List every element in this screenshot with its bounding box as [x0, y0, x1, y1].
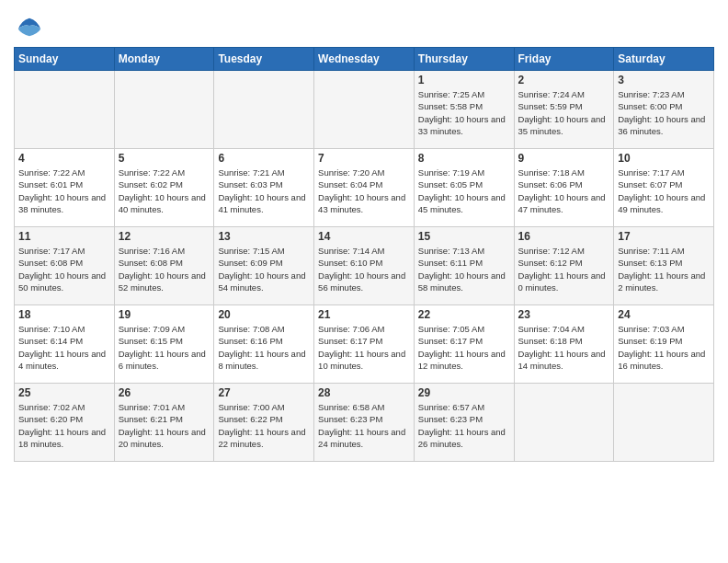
- calendar-cell: 12Sunrise: 7:16 AMSunset: 6:08 PMDayligh…: [114, 227, 214, 305]
- logo: [14, 14, 42, 40]
- day-number: 2: [518, 74, 610, 86]
- calendar-cell: 8Sunrise: 7:19 AMSunset: 6:05 PMDaylight…: [414, 149, 514, 227]
- day-number: 24: [618, 308, 710, 321]
- day-number: 21: [318, 308, 410, 321]
- day-info: Sunrise: 7:24 AMSunset: 5:59 PMDaylight:…: [518, 88, 610, 137]
- day-info: Sunrise: 7:16 AMSunset: 6:08 PMDaylight:…: [119, 245, 210, 293]
- day-info: Sunrise: 7:01 AMSunset: 6:21 PMDaylight:…: [119, 401, 210, 450]
- calendar-cell: 25Sunrise: 7:02 AMSunset: 6:20 PMDayligh…: [15, 384, 115, 462]
- day-number: 5: [119, 152, 210, 165]
- calendar-cell: 18Sunrise: 7:10 AMSunset: 6:14 PMDayligh…: [15, 305, 115, 384]
- calendar-week-row: 18Sunrise: 7:10 AMSunset: 6:14 PMDayligh…: [15, 305, 714, 384]
- calendar-cell: 1Sunrise: 7:25 AMSunset: 5:58 PMDaylight…: [414, 71, 514, 149]
- day-info: Sunrise: 7:14 AMSunset: 6:10 PMDaylight:…: [318, 245, 410, 293]
- day-number: 22: [418, 308, 510, 321]
- day-number: 14: [318, 230, 410, 243]
- day-number: 6: [218, 152, 310, 165]
- calendar-cell: [114, 71, 214, 149]
- day-info: Sunrise: 6:58 AMSunset: 6:23 PMDaylight:…: [318, 401, 410, 450]
- calendar-cell: 3Sunrise: 7:23 AMSunset: 6:00 PMDaylight…: [614, 71, 714, 149]
- day-number: 26: [119, 386, 210, 399]
- day-info: Sunrise: 7:13 AMSunset: 6:11 PMDaylight:…: [418, 245, 510, 293]
- day-number: 19: [119, 308, 210, 321]
- calendar-cell: 19Sunrise: 7:09 AMSunset: 6:15 PMDayligh…: [114, 305, 214, 384]
- calendar-cell: 26Sunrise: 7:01 AMSunset: 6:21 PMDayligh…: [114, 384, 214, 462]
- header-day: Thursday: [414, 48, 514, 71]
- calendar-cell: 22Sunrise: 7:05 AMSunset: 6:17 PMDayligh…: [414, 305, 514, 384]
- header-row: SundayMondayTuesdayWednesdayThursdayFrid…: [15, 48, 714, 71]
- calendar-cell: 15Sunrise: 7:13 AMSunset: 6:11 PMDayligh…: [414, 227, 514, 305]
- day-info: Sunrise: 7:00 AMSunset: 6:22 PMDaylight:…: [218, 401, 310, 450]
- day-number: 7: [318, 152, 410, 165]
- day-info: Sunrise: 7:06 AMSunset: 6:17 PMDaylight:…: [318, 323, 410, 372]
- calendar-cell: 4Sunrise: 7:22 AMSunset: 6:01 PMDaylight…: [15, 149, 115, 227]
- calendar-cell: 20Sunrise: 7:08 AMSunset: 6:16 PMDayligh…: [214, 305, 314, 384]
- day-info: Sunrise: 7:11 AMSunset: 6:13 PMDaylight:…: [618, 245, 710, 293]
- day-info: Sunrise: 6:57 AMSunset: 6:23 PMDaylight:…: [418, 401, 510, 450]
- calendar-cell: 27Sunrise: 7:00 AMSunset: 6:22 PMDayligh…: [214, 384, 314, 462]
- calendar-table: SundayMondayTuesdayWednesdayThursdayFrid…: [14, 47, 714, 462]
- calendar-cell: 11Sunrise: 7:17 AMSunset: 6:08 PMDayligh…: [15, 227, 115, 305]
- day-number: 15: [418, 230, 510, 243]
- logo-icon: [17, 14, 42, 40]
- calendar-cell: [514, 384, 614, 462]
- day-number: 17: [618, 230, 710, 243]
- day-info: Sunrise: 7:05 AMSunset: 6:17 PMDaylight:…: [418, 323, 510, 372]
- day-number: 27: [218, 386, 310, 399]
- day-info: Sunrise: 7:02 AMSunset: 6:20 PMDaylight:…: [18, 401, 110, 450]
- header-day: Sunday: [15, 48, 115, 71]
- day-number: 23: [518, 308, 610, 321]
- header-day: Monday: [114, 48, 214, 71]
- day-number: 10: [618, 152, 710, 165]
- calendar-cell: 29Sunrise: 6:57 AMSunset: 6:23 PMDayligh…: [414, 384, 514, 462]
- day-info: Sunrise: 7:21 AMSunset: 6:03 PMDaylight:…: [218, 167, 310, 215]
- day-info: Sunrise: 7:12 AMSunset: 6:12 PMDaylight:…: [518, 245, 610, 293]
- day-number: 1: [418, 74, 510, 86]
- calendar-cell: 7Sunrise: 7:20 AMSunset: 6:04 PMDaylight…: [314, 149, 415, 227]
- header-day: Wednesday: [314, 48, 415, 71]
- header: [14, 9, 714, 40]
- day-info: Sunrise: 7:23 AMSunset: 6:00 PMDaylight:…: [618, 88, 710, 137]
- day-info: Sunrise: 7:22 AMSunset: 6:02 PMDaylight:…: [119, 167, 210, 215]
- calendar-cell: [214, 71, 314, 149]
- calendar-cell: [15, 71, 115, 149]
- day-number: 9: [518, 152, 610, 165]
- day-number: 29: [418, 386, 510, 399]
- calendar-cell: 10Sunrise: 7:17 AMSunset: 6:07 PMDayligh…: [614, 149, 714, 227]
- day-info: Sunrise: 7:15 AMSunset: 6:09 PMDaylight:…: [218, 245, 310, 293]
- day-number: 20: [218, 308, 310, 321]
- day-info: Sunrise: 7:03 AMSunset: 6:19 PMDaylight:…: [618, 323, 710, 372]
- header-day: Tuesday: [214, 48, 314, 71]
- day-number: 12: [119, 230, 210, 243]
- day-info: Sunrise: 7:19 AMSunset: 6:05 PMDaylight:…: [418, 167, 510, 215]
- calendar-week-row: 25Sunrise: 7:02 AMSunset: 6:20 PMDayligh…: [15, 384, 714, 462]
- calendar-cell: 5Sunrise: 7:22 AMSunset: 6:02 PMDaylight…: [114, 149, 214, 227]
- calendar-cell: 13Sunrise: 7:15 AMSunset: 6:09 PMDayligh…: [214, 227, 314, 305]
- calendar-cell: 2Sunrise: 7:24 AMSunset: 5:59 PMDaylight…: [514, 71, 614, 149]
- calendar-cell: 17Sunrise: 7:11 AMSunset: 6:13 PMDayligh…: [614, 227, 714, 305]
- day-number: 28: [318, 386, 410, 399]
- day-number: 25: [18, 386, 110, 399]
- calendar-cell: 24Sunrise: 7:03 AMSunset: 6:19 PMDayligh…: [614, 305, 714, 384]
- page-container: SundayMondayTuesdayWednesdayThursdayFrid…: [0, 0, 728, 466]
- day-info: Sunrise: 7:09 AMSunset: 6:15 PMDaylight:…: [119, 323, 210, 372]
- calendar-cell: 23Sunrise: 7:04 AMSunset: 6:18 PMDayligh…: [514, 305, 614, 384]
- day-info: Sunrise: 7:10 AMSunset: 6:14 PMDaylight:…: [18, 323, 110, 372]
- calendar-cell: [614, 384, 714, 462]
- day-number: 3: [618, 74, 710, 86]
- day-number: 13: [218, 230, 310, 243]
- calendar-cell: 14Sunrise: 7:14 AMSunset: 6:10 PMDayligh…: [314, 227, 415, 305]
- day-info: Sunrise: 7:20 AMSunset: 6:04 PMDaylight:…: [318, 167, 410, 215]
- header-day: Saturday: [614, 48, 714, 71]
- calendar-week-row: 4Sunrise: 7:22 AMSunset: 6:01 PMDaylight…: [15, 149, 714, 227]
- calendar-cell: 6Sunrise: 7:21 AMSunset: 6:03 PMDaylight…: [214, 149, 314, 227]
- day-number: 8: [418, 152, 510, 165]
- calendar-cell: 28Sunrise: 6:58 AMSunset: 6:23 PMDayligh…: [314, 384, 415, 462]
- day-number: 11: [18, 230, 110, 243]
- day-number: 16: [518, 230, 610, 243]
- calendar-week-row: 11Sunrise: 7:17 AMSunset: 6:08 PMDayligh…: [15, 227, 714, 305]
- day-info: Sunrise: 7:22 AMSunset: 6:01 PMDaylight:…: [18, 167, 110, 215]
- day-info: Sunrise: 7:04 AMSunset: 6:18 PMDaylight:…: [518, 323, 610, 372]
- day-info: Sunrise: 7:17 AMSunset: 6:08 PMDaylight:…: [18, 245, 110, 293]
- calendar-week-row: 1Sunrise: 7:25 AMSunset: 5:58 PMDaylight…: [15, 71, 714, 149]
